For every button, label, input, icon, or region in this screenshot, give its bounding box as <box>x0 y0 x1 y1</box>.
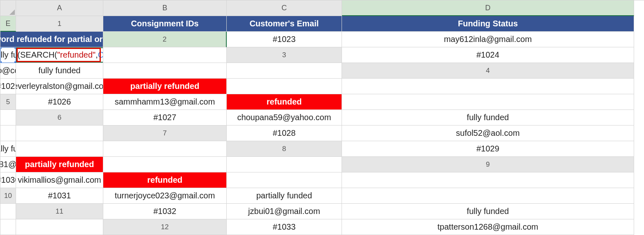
cell-b2[interactable]: may612inla@gmail.com <box>342 32 634 47</box>
cell-c7[interactable]: partially funded <box>0 141 16 157</box>
cell-c6[interactable]: fully funded <box>342 110 634 126</box>
cell-e10[interactable] <box>0 204 16 219</box>
formula-text: =IF(ISNUMBER(SEARCH("refunded",C2)),"YES… <box>16 50 103 60</box>
cell-b8[interactable]: evanscleo81@gmail.com <box>0 157 16 172</box>
cell-b11[interactable]: jzbui01@gmail.com <box>227 204 342 219</box>
cell-b6[interactable]: choupana59@yahoo.com <box>227 110 342 126</box>
cell-d7[interactable] <box>16 141 103 157</box>
cell-d2-formula[interactable]: =IF(ISNUMBER(SEARCH("refunded",C2)),"YES… <box>16 47 103 63</box>
cell-d8[interactable] <box>103 157 227 172</box>
cell-e11[interactable] <box>16 219 103 235</box>
cell-c9[interactable]: refunded <box>103 172 227 188</box>
cell-c3[interactable]: fully funded <box>16 63 103 79</box>
row-header-2[interactable]: 2 <box>103 32 227 47</box>
cell-a12[interactable]: #1033 <box>227 219 342 235</box>
col-header-d[interactable]: D <box>342 0 634 16</box>
cell-b12[interactable]: tpatterson1268@gmail.com <box>342 219 634 235</box>
cell-e5[interactable] <box>0 110 16 126</box>
cell-a10[interactable]: #1031 <box>16 188 103 204</box>
table-header-a[interactable]: Consignment IDs <box>103 16 227 32</box>
cell-c5[interactable]: refunded <box>227 94 342 110</box>
cell-d3[interactable] <box>103 63 227 79</box>
cell-e3[interactable] <box>227 63 342 79</box>
cell-c2-text: partially funded <box>0 50 16 60</box>
row-header-4[interactable]: 4 <box>342 63 634 79</box>
table-header-b[interactable]: Customer's Email <box>227 16 342 32</box>
cell-a11[interactable]: #1032 <box>103 204 227 219</box>
row-header-3[interactable]: 3 <box>227 47 342 63</box>
row-header-9[interactable]: 9 <box>342 157 634 172</box>
col-header-a[interactable]: A <box>16 0 103 16</box>
spreadsheet-grid[interactable]: A B C D E 1 Consignment IDs Customer's E… <box>0 0 644 235</box>
cell-d4[interactable] <box>227 79 342 94</box>
cell-b3[interactable]: mary.greco@comcast.net <box>0 63 16 79</box>
cell-a9[interactable]: #1030 <box>0 172 16 188</box>
col-header-e[interactable]: E <box>0 16 16 32</box>
row-header-11[interactable]: 11 <box>16 204 103 219</box>
cell-e2[interactable] <box>103 47 227 63</box>
cell-e9[interactable] <box>342 172 634 188</box>
col-header-c[interactable]: C <box>227 0 342 16</box>
select-all-corner[interactable] <box>0 0 16 16</box>
cell-e6[interactable] <box>16 126 103 141</box>
cell-b4[interactable]: beverleyralston@gmail.com <box>16 79 103 94</box>
row-header-1[interactable]: 1 <box>16 16 103 32</box>
cell-a2[interactable]: #1023 <box>227 32 342 47</box>
row-header-12[interactable]: 12 <box>103 219 227 235</box>
cell-d11[interactable] <box>0 219 16 235</box>
cell-b9[interactable]: vikimallios@gmail.com <box>16 172 103 188</box>
cell-a6[interactable]: #1027 <box>103 110 227 126</box>
cell-b10[interactable]: turnerjoyce023@gmail.com <box>103 188 227 204</box>
cell-e7[interactable] <box>103 141 227 157</box>
row-header-6[interactable]: 6 <box>16 110 103 126</box>
cell-a4[interactable]: #1025 <box>0 79 16 94</box>
cell-c10[interactable]: partially funded <box>227 188 342 204</box>
row-header-7[interactable]: 7 <box>103 126 227 141</box>
row-header-10[interactable]: 10 <box>0 188 16 204</box>
cell-c4[interactable]: partially refunded <box>103 79 227 94</box>
cell-c2[interactable]: partially funded <box>0 47 16 63</box>
cell-d9[interactable] <box>227 172 342 188</box>
table-header-c[interactable]: Funding Status <box>342 16 634 32</box>
cell-b5[interactable]: sammhamm13@gmail.com <box>103 94 227 110</box>
cell-a7[interactable]: #1028 <box>227 126 342 141</box>
cell-a8[interactable]: #1029 <box>342 141 634 157</box>
cell-c11[interactable]: fully funded <box>342 204 634 219</box>
cell-e8[interactable] <box>227 157 342 172</box>
cell-a5[interactable]: #1026 <box>16 94 103 110</box>
row-header-5[interactable]: 5 <box>0 94 16 110</box>
table-header-de[interactable]: Search the word refunded for partial or … <box>0 32 103 47</box>
row-header-8[interactable]: 8 <box>227 141 342 157</box>
cell-d5[interactable] <box>342 94 634 110</box>
cell-c8[interactable]: partially refunded <box>16 157 103 172</box>
cell-d10[interactable] <box>342 188 634 204</box>
cell-d6[interactable] <box>0 126 16 141</box>
cell-e4[interactable] <box>342 79 634 94</box>
cell-b7[interactable]: sufol52@aol.com <box>342 126 634 141</box>
col-header-b[interactable]: B <box>103 0 227 16</box>
cell-a3[interactable]: #1024 <box>342 47 634 63</box>
